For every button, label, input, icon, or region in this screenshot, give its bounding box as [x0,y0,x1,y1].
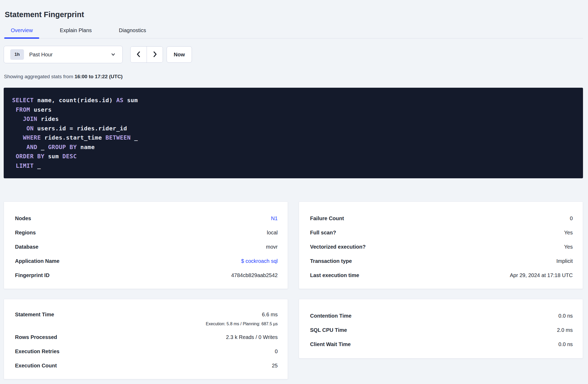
row-value: movr [266,244,278,250]
chevron-right-icon [152,51,158,58]
prev-time-button[interactable] [131,47,147,62]
row-label: Fingerprint ID [15,272,49,278]
row-label: SQL CPU Time [310,327,347,333]
statement-fingerprint-page: Statement Fingerprint Overview Explain P… [0,10,588,379]
table-row: Database movr [15,240,278,254]
sql-statement-box: SELECT name, count(rides.id) AS sum FROM… [4,88,583,178]
next-time-button[interactable] [147,47,163,62]
row-value: 2.3 k Reads / 0 Writes [226,334,278,340]
row-label: Full scan? [310,230,336,236]
table-row: Statement Time 6.6 ms [15,309,278,320]
execution-attributes-card: Failure Count 0 Full scan? Yes Vectorize… [299,201,583,289]
row-value: Yes [564,244,573,250]
table-row: Failure Count 0 [310,211,573,225]
page-title: Statement Fingerprint [5,10,583,19]
row-value: Yes [564,230,573,236]
table-row: Execution Retries 0 [15,344,278,358]
table-row: Contention Time 0.0 ns [310,309,573,323]
stats-summary-prefix: Showing aggregated stats from [4,74,74,79]
chevron-down-icon [110,52,116,57]
row-label: Statement Time [15,312,54,318]
table-row: Transaction type Implicit [310,254,573,268]
time-toolbar: 1h Past Hour Now [4,46,583,63]
table-row: SQL CPU Time 2.0 ms [310,323,573,337]
row-label: Last execution time [310,272,359,278]
row-value: local [267,230,278,236]
row-label: Client Wait Time [310,341,351,347]
time-range-badge: 1h [10,49,24,60]
wait-times-card: Contention Time 0.0 ns SQL CPU Time 2.0 … [299,299,583,358]
row-value: 0.0 ns [559,341,573,347]
stats-summary-range: 16:00 to 17:22 (UTC) [74,74,123,79]
row-value: 4784cb829aab2542 [231,272,278,278]
time-range-dropdown[interactable]: 1h Past Hour [4,46,123,63]
table-row: Application Name $ cockroach sql [15,254,278,268]
row-value: 25 [272,363,278,369]
row-value: Implicit [556,258,573,264]
table-row: Nodes N1 [15,211,278,225]
tab-explain-plans[interactable]: Explain Plans [53,25,98,38]
statement-times-card: Statement Time 6.6 ms Execution: 5.8 ms … [4,299,288,379]
row-label: Database [15,244,38,250]
nodes-link[interactable]: N1 [271,215,278,221]
row-label: Failure Count [310,215,344,221]
table-row: Execution Count 25 [15,358,278,373]
now-button[interactable]: Now [167,46,192,63]
row-label: Rows Processed [15,334,57,340]
row-label: Regions [15,230,36,236]
table-row: Vectorized execution? Yes [310,240,573,254]
overview-details-card: Nodes N1 Regions local Database movr App… [4,201,288,289]
tab-bar: Overview Explain Plans Diagnostics [4,25,583,38]
row-value: 2.0 ms [557,327,573,333]
row-label: Vectorized execution? [310,244,366,250]
row-label: Application Name [15,258,59,264]
row-label: Transaction type [310,258,352,264]
row-label: Execution Count [15,363,57,369]
row-label: Execution Retries [15,348,59,355]
table-row: Full scan? Yes [310,225,573,240]
row-subvalue: Execution: 5.8 ms / Planning: 687.5 µs [15,321,278,327]
time-range-label: Past Hour [29,52,53,58]
row-label: Contention Time [310,313,351,319]
row-value: Apr 29, 2024 at 17:18 UTC [510,272,573,278]
row-value: 6.6 ms [262,312,278,318]
row-value: 0 [275,348,278,355]
table-row: Regions local [15,225,278,240]
row-value: 0.0 ns [559,313,573,319]
table-row: Rows Processed 2.3 k Reads / 0 Writes [15,330,278,344]
time-step-button-group [130,46,163,63]
chevron-left-icon [136,51,142,58]
application-name-link[interactable]: $ cockroach sql [241,258,278,264]
row-value: 0 [570,215,573,221]
tab-diagnostics[interactable]: Diagnostics [112,25,153,38]
row-label: Nodes [15,215,31,221]
table-row: Fingerprint ID 4784cb829aab2542 [15,268,278,282]
summary-cards: Nodes N1 Regions local Database movr App… [4,201,583,379]
table-row: Client Wait Time 0.0 ns [310,337,573,351]
tab-overview[interactable]: Overview [4,25,39,38]
aggregated-stats-summary: Showing aggregated stats from 16:00 to 1… [4,74,583,80]
table-row: Last execution time Apr 29, 2024 at 17:1… [310,268,573,282]
